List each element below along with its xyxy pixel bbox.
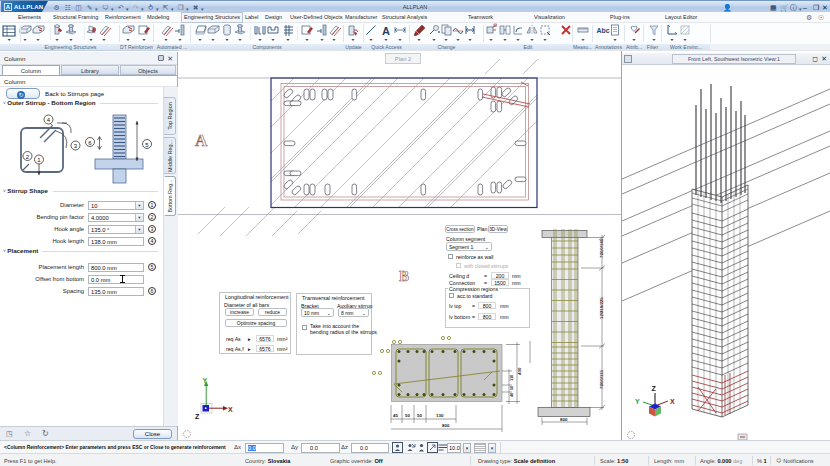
svg-text:50: 50 [405, 413, 410, 418]
svg-text:50: 50 [417, 413, 422, 418]
svg-text:800: 800 [442, 423, 450, 428]
svg-text:45: 45 [393, 413, 398, 418]
svg-text:130: 130 [436, 413, 444, 418]
svg-text:7Ø10/165: 7Ø10/165 [599, 238, 604, 258]
svg-text:800: 800 [560, 417, 568, 422]
svg-text:50: 50 [510, 386, 514, 390]
svg-text:Z: Z [195, 413, 200, 420]
svg-text:12Ø10/225: 12Ø10/225 [599, 297, 604, 319]
svg-text:X: X [228, 406, 233, 413]
svg-text:40: 40 [510, 393, 514, 397]
svg-text:Y: Y [635, 398, 640, 405]
svg-text:Z: Z [652, 385, 657, 392]
svg-text:400: 400 [517, 367, 522, 375]
svg-text:X: X [670, 398, 675, 405]
svg-text:7Ø10/115: 7Ø10/115 [599, 369, 604, 389]
svg-text:Y: Y [203, 377, 208, 384]
svg-text:110: 110 [510, 375, 514, 381]
